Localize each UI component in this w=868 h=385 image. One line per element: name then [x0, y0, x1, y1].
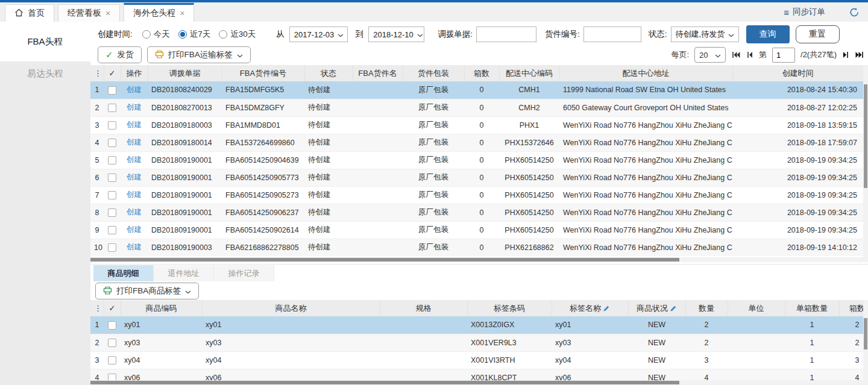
print-fba-shipping-label-button[interactable]: 打印FBA运输标签 [147, 46, 251, 63]
column-header[interactable]: 箱数 [839, 300, 863, 316]
column-header[interactable]: 商品编码 [121, 300, 202, 316]
row-checkbox[interactable] [108, 226, 116, 234]
row-checkbox[interactable] [108, 86, 116, 95]
first-page-icon[interactable] [731, 51, 741, 58]
column-menu-icon[interactable]: ⋮ [90, 65, 104, 81]
create-link[interactable]: 创建 [127, 121, 142, 129]
create-link[interactable]: 创建 [127, 243, 142, 251]
row-checkbox[interactable] [108, 356, 116, 365]
reset-button[interactable]: 重置 [796, 25, 840, 43]
column-header[interactable]: 箱数 [464, 65, 499, 81]
table-row[interactable]: 3xy04xy04X001VI3RTHxy04NEW313 [90, 351, 863, 369]
create-link[interactable]: 创建 [127, 225, 142, 234]
vertical-scrollbar[interactable] [863, 65, 868, 262]
table-row[interactable]: 6创建DB201809190001FBA60514250905773待创建原厂包… [90, 169, 863, 186]
refresh-icon[interactable] [848, 7, 861, 17]
column-header[interactable]: 商品名称 [202, 300, 380, 316]
row-checkbox[interactable] [108, 174, 116, 182]
sidebar-item-yida-firstleg[interactable]: 易达头程 [0, 61, 90, 86]
table-row[interactable]: 1创建DB201808240029FBA15DMFG5K5待创建原厂包装0CMH… [90, 81, 863, 99]
row-checkbox[interactable] [108, 208, 116, 217]
column-header[interactable]: 配送中心编码 [499, 65, 559, 81]
cell-doc: DB201808270013 [148, 99, 222, 116]
per-page-select[interactable]: 20 [694, 47, 726, 63]
to-date-select[interactable]: 2018-12-10 [368, 27, 424, 42]
row-checkbox[interactable] [108, 243, 116, 252]
column-header[interactable]: 货件包装 [403, 65, 464, 81]
select-all-check-icon[interactable]: ✓ [104, 300, 121, 316]
tab-overseas-firstleg[interactable]: 海外仓头程 × [124, 3, 194, 22]
table-row[interactable]: 3创建DB201809180003FBA1MMD8D01待创建原厂包装0PHX1… [90, 116, 863, 134]
scrollbar-thumb[interactable] [90, 381, 679, 384]
print-fba-product-label-button[interactable]: 打印FBA商品标签 [95, 283, 199, 299]
column-header[interactable]: FBA货件编号 [222, 65, 304, 81]
column-header[interactable]: 配送中心地址 [559, 65, 732, 81]
column-header[interactable]: 数量 [685, 300, 728, 316]
radio-today[interactable]: 今天 [142, 29, 170, 40]
table-row[interactable]: 5创建DB201809190001FBA60514250904639待创建原厂包… [90, 151, 863, 169]
table-row[interactable]: 2xy03xy03X001VER9L3xy03NEW212 [90, 334, 863, 351]
create-link[interactable]: 创建 [127, 190, 142, 199]
column-header[interactable]: 操作 [121, 65, 148, 81]
row-checkbox[interactable] [108, 191, 116, 199]
from-date-select[interactable]: 2017-12-03 [289, 27, 348, 42]
last-page-icon[interactable] [855, 51, 864, 58]
tab-home[interactable]: 首页 [5, 4, 54, 22]
table-row[interactable]: 7创建DB201809190001FBA60514250905273待创建原厂包… [90, 186, 863, 204]
column-header[interactable]: 单箱数量 [785, 300, 839, 316]
scrollbar-thumb[interactable] [90, 258, 679, 261]
create-link[interactable]: 创建 [127, 173, 142, 181]
prev-page-icon[interactable] [746, 51, 753, 58]
sync-orders-button[interactable]: ≡ 同步订单 [784, 7, 825, 17]
search-button[interactable]: 查询 [746, 25, 790, 43]
tab-operation-log[interactable]: 操作记录 [214, 265, 274, 281]
tab-product-detail[interactable]: 商品明细 [93, 265, 154, 281]
row-checkbox[interactable] [108, 139, 116, 147]
row-checkbox[interactable] [108, 104, 116, 112]
sidebar-item-fba-firstleg[interactable]: FBA头程 [0, 22, 90, 61]
table-row[interactable]: 8创建DB201809190001FBA60514250906237待创建原厂包… [90, 204, 863, 221]
column-header[interactable]: 创建时间 [732, 65, 863, 81]
create-link[interactable]: 创建 [127, 138, 142, 146]
column-header[interactable]: 规格 [380, 300, 467, 316]
row-checkbox[interactable] [108, 321, 116, 330]
create-link[interactable]: 创建 [127, 155, 142, 164]
horizontal-scrollbar[interactable] [90, 380, 863, 385]
scrollbar-thumb[interactable] [864, 84, 867, 188]
table-row[interactable]: 9创建DB201809190001FBA60514250902614待创建原厂包… [90, 221, 863, 239]
column-header[interactable]: 单位 [728, 300, 785, 316]
page-input[interactable] [772, 48, 795, 63]
radio-last30days[interactable]: 近30天 [219, 29, 256, 40]
radio-last7days[interactable]: 近7天 [178, 29, 211, 40]
table-row[interactable]: 1xy01xy01X0013Z0IGXxy01NEW212 [90, 316, 863, 334]
close-icon[interactable]: × [105, 9, 110, 17]
horizontal-scrollbar[interactable] [90, 257, 863, 262]
column-header[interactable]: FBA货件名 [353, 65, 403, 81]
table-row[interactable]: 2创建DB201808270013FBA15DMZ8GFY待创建原厂包装0CMH… [90, 99, 863, 116]
vertical-scrollbar[interactable] [863, 300, 868, 385]
create-link[interactable]: 创建 [127, 86, 142, 94]
column-menu-icon[interactable]: ⋮ [90, 300, 104, 316]
column-header[interactable]: 标签条码 [467, 300, 552, 316]
close-icon[interactable]: × [180, 9, 184, 17]
row-checkbox[interactable] [108, 121, 116, 130]
create-link[interactable]: 创建 [127, 103, 142, 111]
next-page-icon[interactable] [842, 51, 849, 58]
column-header[interactable]: 商品状况 [628, 300, 685, 316]
column-header[interactable]: 状态 [304, 65, 353, 81]
row-checkbox[interactable] [108, 156, 116, 164]
column-header[interactable]: 标签名称 [552, 300, 628, 316]
create-link[interactable]: 创建 [127, 208, 142, 216]
status-select[interactable]: 待创建,待发货 [671, 27, 739, 42]
select-all-check-icon[interactable]: ✓ [104, 65, 121, 81]
tab-dashboard[interactable]: 经营看板 × [58, 4, 120, 22]
ship-button[interactable]: ✓ 发货 [98, 46, 142, 63]
table-row[interactable]: 10创建DB201809190003FBA62168862278805待创建原厂… [90, 239, 863, 256]
transfer-doc-input[interactable] [476, 27, 536, 42]
tab-return-address[interactable]: 退件地址 [154, 265, 214, 281]
scrollbar-thumb[interactable] [864, 318, 867, 349]
column-header[interactable]: 调拨单据 [148, 65, 222, 81]
row-checkbox[interactable] [108, 339, 116, 347]
table-row[interactable]: 4创建DB201809180014FBA1537264699860待创建原厂包装… [90, 134, 863, 151]
shipment-no-input[interactable] [583, 27, 641, 42]
